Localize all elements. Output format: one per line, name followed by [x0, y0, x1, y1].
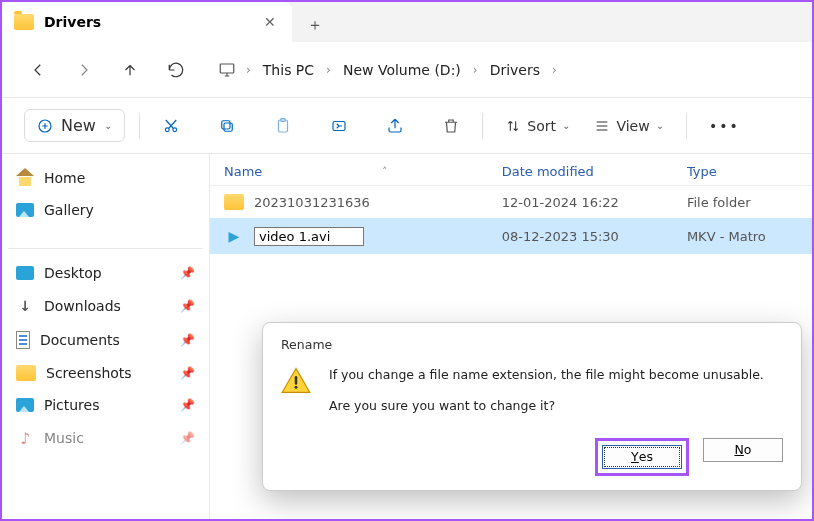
- svg-point-9: [295, 386, 298, 389]
- sort-indicator-icon: ˄: [382, 166, 387, 177]
- file-type: File folder: [687, 195, 798, 210]
- crumb-volume[interactable]: New Volume (D:): [341, 58, 463, 82]
- sort-label: Sort: [527, 118, 556, 134]
- column-headers: Name ˄ Date modified Type: [210, 154, 812, 186]
- dialog-message: If you change a file name extension, the…: [329, 366, 764, 416]
- sidebar-item-documents[interactable]: Documents 📌: [8, 323, 203, 357]
- rename-dialog: Rename If you change a file name extensi…: [262, 322, 802, 491]
- cut-button[interactable]: [154, 111, 188, 141]
- highlight-box: Yes: [595, 438, 689, 476]
- folder-icon: [224, 194, 244, 210]
- more-button[interactable]: •••: [701, 112, 748, 140]
- file-type: MKV - Matro: [687, 229, 798, 244]
- sidebar-item-desktop[interactable]: Desktop 📌: [8, 257, 203, 289]
- pin-icon: 📌: [180, 366, 195, 380]
- sidebar-item-downloads[interactable]: ↓ Downloads 📌: [8, 289, 203, 323]
- tab-title: Drivers: [44, 14, 254, 30]
- download-icon: ↓: [16, 297, 34, 315]
- sidebar-item-label: Screenshots: [46, 365, 132, 381]
- address-bar: › This PC › New Volume (D:) › Drivers ›: [2, 42, 812, 98]
- pin-icon: 📌: [180, 333, 195, 347]
- separator: [8, 248, 203, 249]
- refresh-button[interactable]: [162, 56, 190, 84]
- file-date: 12-01-2024 16:22: [502, 195, 687, 210]
- dialog-title: Rename: [281, 337, 783, 352]
- gallery-icon: [16, 203, 34, 217]
- sidebar: Home Gallery Desktop 📌 ↓ Downloads 📌 Doc…: [2, 154, 210, 519]
- sidebar-item-music[interactable]: ♪ Music 📌: [8, 421, 203, 455]
- tab-bar: Drivers ✕ ＋: [2, 2, 812, 42]
- document-icon: [16, 331, 30, 349]
- separator: [482, 113, 483, 139]
- desktop-icon: [16, 266, 34, 280]
- pictures-icon: [16, 398, 34, 412]
- table-row[interactable]: 20231031231636 12-01-2024 16:22 File fol…: [210, 186, 812, 218]
- back-button[interactable]: [24, 56, 52, 84]
- pin-icon: 📌: [180, 431, 195, 445]
- chevron-down-icon: ⌄: [562, 120, 570, 131]
- col-date[interactable]: Date modified: [502, 164, 687, 179]
- sidebar-item-home[interactable]: Home: [8, 162, 203, 194]
- separator: [139, 113, 140, 139]
- separator: [686, 113, 687, 139]
- crumb-drivers[interactable]: Drivers: [488, 58, 542, 82]
- monitor-icon: [218, 61, 236, 79]
- sort-button[interactable]: Sort ⌄: [497, 112, 578, 140]
- col-name[interactable]: Name ˄: [224, 164, 502, 179]
- up-button[interactable]: [116, 56, 144, 84]
- svg-point-3: [173, 127, 177, 131]
- chevron-right-icon[interactable]: ›: [322, 63, 335, 77]
- toolbar: New ⌄ Sort ⌄ View ⌄ •••: [2, 98, 812, 154]
- forward-button[interactable]: [70, 56, 98, 84]
- sidebar-item-pictures[interactable]: Pictures 📌: [8, 389, 203, 421]
- sidebar-item-label: Documents: [40, 332, 120, 348]
- delete-button[interactable]: [434, 111, 468, 141]
- copy-button[interactable]: [210, 111, 244, 141]
- new-button[interactable]: New ⌄: [24, 109, 125, 142]
- chevron-right-icon[interactable]: ›: [242, 63, 255, 77]
- pin-icon: 📌: [180, 398, 195, 412]
- chevron-down-icon: ⌄: [104, 120, 112, 131]
- svg-rect-5: [222, 120, 230, 128]
- chevron-right-icon[interactable]: ›: [548, 63, 561, 77]
- chevron-down-icon: ⌄: [656, 120, 664, 131]
- share-button[interactable]: [378, 111, 412, 141]
- paste-button[interactable]: [266, 111, 300, 141]
- view-button[interactable]: View ⌄: [586, 112, 672, 140]
- sidebar-item-label: Gallery: [44, 202, 94, 218]
- music-icon: ♪: [16, 429, 34, 447]
- sidebar-item-label: Downloads: [44, 298, 121, 314]
- video-icon: ▶: [224, 226, 244, 246]
- svg-rect-0: [220, 64, 234, 73]
- col-type[interactable]: Type: [687, 164, 798, 179]
- rename-button[interactable]: [322, 111, 356, 141]
- tab-drivers[interactable]: Drivers ✕: [2, 2, 292, 42]
- sidebar-item-gallery[interactable]: Gallery: [8, 194, 203, 226]
- pin-icon: 📌: [180, 266, 195, 280]
- new-label: New: [61, 116, 96, 135]
- pin-icon: 📌: [180, 299, 195, 313]
- breadcrumb: › This PC › New Volume (D:) › Drivers ›: [218, 58, 561, 82]
- view-label: View: [616, 118, 649, 134]
- svg-rect-4: [224, 123, 232, 131]
- svg-point-2: [166, 127, 170, 131]
- no-button[interactable]: No: [703, 438, 783, 462]
- home-icon: [16, 170, 34, 186]
- sidebar-item-label: Desktop: [44, 265, 102, 281]
- sidebar-item-label: Home: [44, 170, 85, 186]
- file-date: 08-12-2023 15:30: [502, 229, 687, 244]
- warning-icon: [281, 366, 311, 396]
- table-row[interactable]: ▶ 08-12-2023 15:30 MKV - Matro: [210, 218, 812, 254]
- folder-icon: [14, 14, 34, 30]
- crumb-this-pc[interactable]: This PC: [261, 58, 316, 82]
- chevron-right-icon[interactable]: ›: [469, 63, 482, 77]
- sidebar-item-screenshots[interactable]: Screenshots 📌: [8, 357, 203, 389]
- folder-icon: [16, 365, 36, 381]
- new-tab-button[interactable]: ＋: [298, 8, 332, 42]
- sidebar-item-label: Music: [44, 430, 84, 446]
- file-name: 20231031231636: [254, 195, 370, 210]
- close-icon[interactable]: ✕: [264, 14, 280, 30]
- sidebar-item-label: Pictures: [44, 397, 99, 413]
- rename-input[interactable]: [254, 227, 364, 246]
- yes-button[interactable]: Yes: [602, 445, 682, 469]
